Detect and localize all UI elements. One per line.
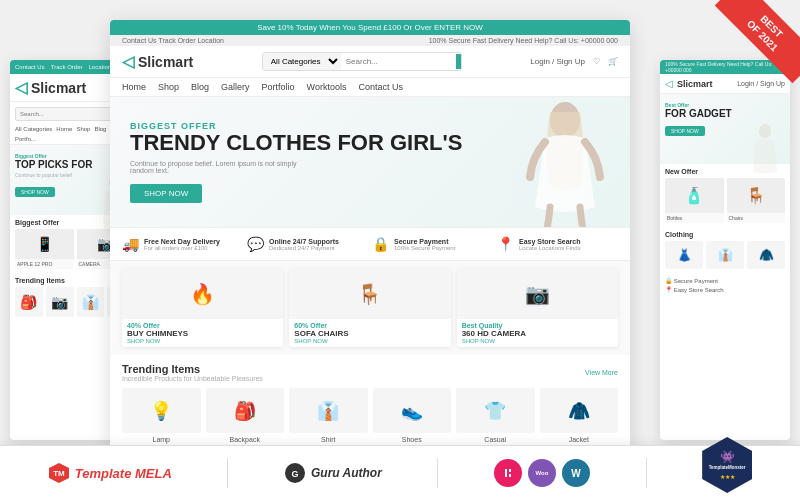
- trend-name-4: Shoes: [373, 436, 452, 443]
- category-select[interactable]: All Categories: [263, 53, 341, 70]
- cat-sofas-info: 60% Offer SOFA CHAIRS SHOP NOW: [289, 319, 450, 347]
- lc-logo: ◁ Slicmart: [15, 78, 86, 97]
- lc-prod-img-1: 📱: [15, 229, 74, 259]
- plugin-icons-group: Woo W: [494, 459, 590, 487]
- divider-1: [227, 458, 228, 488]
- trend-item-6[interactable]: 🧥 Jacket: [540, 388, 619, 443]
- cat-chimneys[interactable]: 🔥 40% Offer BUY CHIMNEYS SHOP NOW: [122, 269, 283, 347]
- rc-feature-1: 🔒 Secure Payment: [665, 277, 785, 284]
- lc-hero-cta[interactable]: SHOP NOW: [15, 187, 55, 197]
- lc-ti-3: 👔: [77, 287, 105, 317]
- guru-author-text: Guru Author: [311, 466, 382, 480]
- rc-prod-img-1: 🧴: [665, 178, 724, 213]
- cart-icon[interactable]: 🛒: [608, 57, 618, 66]
- rc-product-1: 🧴 Bottles: [665, 178, 724, 223]
- cat-sofas-name: SOFA CHAIRS: [294, 329, 445, 338]
- cat-sofas-link[interactable]: SHOP NOW: [294, 338, 445, 344]
- lc-product-1: 📱 APPLE 12 PRO: [15, 229, 74, 269]
- elementor-icon: [494, 459, 522, 487]
- hero-text: Biggest Offer TRENDY CLOTHES FOR GIRL'S …: [130, 121, 462, 202]
- rc-logo-text: Slicmart: [677, 79, 713, 89]
- cat-sofas-discount: 60% Offer: [294, 322, 445, 329]
- hero-desc: Continue to propose belief. Lorem ipsum …: [130, 160, 310, 174]
- divider-2: [437, 458, 438, 488]
- view-more-link[interactable]: View More: [585, 369, 618, 376]
- guru-author-icon: G: [284, 462, 306, 484]
- search-button[interactable]: SEARCH: [456, 54, 462, 69]
- cat-chimneys-name: BUY CHIMNEYS: [127, 329, 278, 338]
- hero-section: Biggest Offer TRENDY CLOTHES FOR GIRL'S …: [110, 97, 630, 227]
- cat-chimneys-link[interactable]: SHOP NOW: [127, 338, 278, 344]
- search-bar[interactable]: All Categories SEARCH: [262, 52, 462, 71]
- svg-point-1: [759, 124, 771, 138]
- trend-item-3[interactable]: 👔 Shirt: [289, 388, 368, 443]
- trend-img-5: 👕: [456, 388, 535, 433]
- trending-header: Trending Items Incredible Products for U…: [122, 363, 618, 382]
- feature-search: 📍 Easy Store Search Locate Locations Fin…: [497, 236, 618, 252]
- delivery-icon: 🚚: [122, 236, 139, 252]
- feature-payment-sub: 100% Secure Payment: [394, 245, 455, 251]
- lc-prod-name-1: APPLE 12 PRO: [15, 259, 74, 269]
- cat-camera-info: Best Quality 360 HD CAMERA SHOP NOW: [457, 319, 618, 347]
- login-link[interactable]: Login / Sign Up: [530, 57, 585, 66]
- lc-contact: Contact Us: [15, 64, 45, 70]
- feature-delivery-title: Free Next Day Delivery: [144, 238, 220, 245]
- cat-chimneys-img: 🔥: [122, 269, 283, 319]
- rc-hero-title: FOR GADGET: [665, 108, 785, 119]
- trend-img-2: 🎒: [206, 388, 285, 433]
- rc-ti-row: 👗 👔 🧥: [665, 241, 785, 269]
- wp-symbol: W: [571, 468, 580, 479]
- template-mela-icon: TM: [48, 462, 70, 484]
- trending-section: Trending Items Incredible Products for U…: [110, 355, 630, 451]
- hexagon-title: TemplateMonster: [709, 465, 746, 470]
- trend-item-1[interactable]: 💡 Lamp: [122, 388, 201, 443]
- cat-camera[interactable]: 📷 Best Quality 360 HD CAMERA SHOP NOW: [457, 269, 618, 347]
- right-card-trending: Clothing 👗 👔 🧥: [660, 227, 790, 273]
- feature-delivery-text: Free Next Day Delivery For all orders ov…: [144, 238, 220, 251]
- svg-rect-9: [509, 469, 511, 472]
- feature-payment-text: Secure Payment 100% Secure Payment: [394, 238, 455, 251]
- rc-feature-2: 📍 Easy Store Search: [665, 286, 785, 293]
- trend-item-4[interactable]: 👟 Shoes: [373, 388, 452, 443]
- cat-sofas-img: 🪑: [289, 269, 450, 319]
- cat-chimneys-discount: 40% Offer: [127, 322, 278, 329]
- product-categories: 🔥 40% Offer BUY CHIMNEYS SHOP NOW 🪑 60% …: [110, 261, 630, 355]
- trending-grid: 💡 Lamp 🎒 Backpack 👔 Shirt 👟 Shoes 👕 Casu…: [122, 388, 618, 443]
- nav-blog[interactable]: Blog: [191, 82, 209, 92]
- nav-gallery[interactable]: Gallery: [221, 82, 250, 92]
- rc-trending-title: Clothing: [665, 231, 785, 238]
- cat-camera-link[interactable]: SHOP NOW: [462, 338, 613, 344]
- monster-icon: 👾: [720, 450, 735, 464]
- nav-home[interactable]: Home: [122, 82, 146, 92]
- nav-contact[interactable]: Contact Us: [358, 82, 403, 92]
- search-input[interactable]: [341, 54, 456, 69]
- hero-cta-button[interactable]: SHOP NOW: [130, 184, 202, 203]
- nav-worktools[interactable]: Worktools: [307, 82, 347, 92]
- feature-payment-title: Secure Payment: [394, 238, 455, 245]
- logo-text: Slicmart: [138, 54, 193, 70]
- rc-hero-cta[interactable]: SHOP NOW: [665, 126, 705, 136]
- svg-text:G: G: [291, 469, 298, 479]
- cat-chimneys-info: 40% Offer BUY CHIMNEYS SHOP NOW: [122, 319, 283, 347]
- template-mela-logo: TM Template MELA: [48, 462, 172, 484]
- cat-sofas[interactable]: 🪑 60% Offer SOFA CHAIRS SHOP NOW: [289, 269, 450, 347]
- trend-item-2[interactable]: 🎒 Backpack: [206, 388, 285, 443]
- model-svg: [490, 102, 620, 227]
- svg-rect-8: [505, 469, 507, 477]
- nav-shop[interactable]: Shop: [158, 82, 179, 92]
- bottom-bar: TM Template MELA G Guru Author Woo W: [0, 445, 800, 500]
- hexagon-badge: 👾 TemplateMonster ★★★: [702, 437, 752, 493]
- nav-portfolio[interactable]: Portfolio: [262, 82, 295, 92]
- cat-camera-name: 360 HD CAMERA: [462, 329, 613, 338]
- trend-item-5[interactable]: 👕 Casual: [456, 388, 535, 443]
- rc-model-figure: [740, 124, 790, 184]
- feature-delivery-sub: For all orders over £100: [144, 245, 220, 251]
- svg-rect-10: [509, 474, 511, 477]
- trend-name-3: Shirt: [289, 436, 368, 443]
- rc-ti-3: 🧥: [747, 241, 785, 269]
- wishlist-icon[interactable]: ♡: [593, 57, 600, 66]
- payment-icon: 🔒: [372, 236, 389, 252]
- utility-left: Contact Us Track Order Location: [122, 37, 224, 44]
- trend-name-6: Jacket: [540, 436, 619, 443]
- feature-search-text: Easy Store Search Locate Locations Finds: [519, 238, 581, 251]
